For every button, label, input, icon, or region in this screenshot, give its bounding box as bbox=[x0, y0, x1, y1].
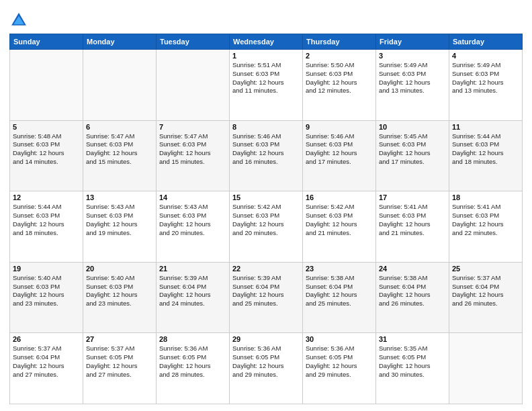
day-info: Sunrise: 5:47 AMSunset: 6:03 PMDaylight:… bbox=[86, 132, 153, 167]
day-number: 19 bbox=[13, 265, 80, 273]
col-header-saturday: Saturday bbox=[449, 34, 523, 50]
day-info: Sunrise: 5:49 AMSunset: 6:03 PMDaylight:… bbox=[452, 61, 519, 95]
calendar-cell bbox=[83, 50, 157, 121]
page: SundayMondayTuesdayWednesdayThursdayFrid… bbox=[0, 0, 532, 411]
calendar-cell: 8Sunrise: 5:46 AMSunset: 6:03 PMDaylight… bbox=[230, 120, 303, 191]
day-number: 18 bbox=[452, 193, 519, 201]
calendar-cell: 1Sunrise: 5:51 AMSunset: 6:03 PMDaylight… bbox=[230, 50, 303, 121]
day-info: Sunrise: 5:49 AMSunset: 6:03 PMDaylight:… bbox=[379, 61, 446, 95]
col-header-sunday: Sunday bbox=[10, 34, 83, 50]
calendar-cell: 31Sunrise: 5:35 AMSunset: 6:05 PMDayligh… bbox=[376, 333, 449, 404]
day-info: Sunrise: 5:36 AMSunset: 6:05 PMDaylight:… bbox=[306, 345, 373, 379]
logo bbox=[9, 11, 31, 30]
logo-icon bbox=[9, 11, 28, 30]
calendar-cell: 25Sunrise: 5:37 AMSunset: 6:04 PMDayligh… bbox=[449, 262, 523, 333]
calendar-cell bbox=[157, 50, 230, 121]
calendar-cell: 24Sunrise: 5:38 AMSunset: 6:04 PMDayligh… bbox=[376, 262, 449, 333]
day-number: 2 bbox=[306, 52, 373, 60]
day-number: 31 bbox=[379, 335, 446, 343]
calendar-cell: 15Sunrise: 5:42 AMSunset: 6:03 PMDayligh… bbox=[230, 191, 303, 263]
day-number: 6 bbox=[86, 123, 153, 131]
day-number: 26 bbox=[13, 335, 80, 343]
day-number: 15 bbox=[232, 193, 300, 201]
calendar-cell: 11Sunrise: 5:44 AMSunset: 6:03 PMDayligh… bbox=[449, 120, 523, 191]
day-info: Sunrise: 5:40 AMSunset: 6:03 PMDaylight:… bbox=[13, 274, 80, 308]
calendar-cell: 2Sunrise: 5:50 AMSunset: 6:03 PMDaylight… bbox=[303, 50, 376, 121]
day-info: Sunrise: 5:37 AMSunset: 6:04 PMDaylight:… bbox=[452, 274, 519, 308]
calendar-cell: 6Sunrise: 5:47 AMSunset: 6:03 PMDaylight… bbox=[83, 120, 157, 191]
calendar-cell bbox=[449, 333, 523, 404]
calendar-cell: 14Sunrise: 5:43 AMSunset: 6:03 PMDayligh… bbox=[157, 191, 230, 263]
day-info: Sunrise: 5:35 AMSunset: 6:05 PMDaylight:… bbox=[379, 345, 446, 379]
day-number: 21 bbox=[159, 265, 226, 273]
day-info: Sunrise: 5:47 AMSunset: 6:03 PMDaylight:… bbox=[159, 132, 226, 167]
col-header-wednesday: Wednesday bbox=[230, 34, 303, 50]
day-info: Sunrise: 5:37 AMSunset: 6:04 PMDaylight:… bbox=[13, 345, 80, 379]
calendar-table: SundayMondayTuesdayWednesdayThursdayFrid… bbox=[9, 34, 523, 404]
day-number: 11 bbox=[452, 123, 519, 131]
calendar-cell: 18Sunrise: 5:41 AMSunset: 6:03 PMDayligh… bbox=[449, 191, 523, 263]
calendar-cell: 12Sunrise: 5:44 AMSunset: 6:03 PMDayligh… bbox=[10, 191, 83, 263]
day-info: Sunrise: 5:50 AMSunset: 6:03 PMDaylight:… bbox=[306, 61, 373, 95]
day-info: Sunrise: 5:43 AMSunset: 6:03 PMDaylight:… bbox=[159, 203, 226, 237]
day-info: Sunrise: 5:43 AMSunset: 6:03 PMDaylight:… bbox=[86, 203, 153, 237]
day-number: 30 bbox=[306, 335, 373, 343]
day-info: Sunrise: 5:44 AMSunset: 6:03 PMDaylight:… bbox=[13, 203, 80, 237]
header bbox=[9, 7, 523, 30]
day-info: Sunrise: 5:36 AMSunset: 6:05 PMDaylight:… bbox=[232, 345, 300, 379]
day-info: Sunrise: 5:41 AMSunset: 6:03 PMDaylight:… bbox=[379, 203, 446, 237]
calendar-cell: 27Sunrise: 5:37 AMSunset: 6:05 PMDayligh… bbox=[83, 333, 157, 404]
day-number: 9 bbox=[306, 123, 373, 131]
week-row-2: 5Sunrise: 5:48 AMSunset: 6:03 PMDaylight… bbox=[10, 120, 523, 191]
col-header-thursday: Thursday bbox=[303, 34, 376, 50]
calendar-cell: 7Sunrise: 5:47 AMSunset: 6:03 PMDaylight… bbox=[157, 120, 230, 191]
day-number: 8 bbox=[232, 123, 300, 131]
day-number: 24 bbox=[379, 265, 446, 273]
day-number: 14 bbox=[159, 193, 226, 201]
day-info: Sunrise: 5:38 AMSunset: 6:04 PMDaylight:… bbox=[379, 274, 446, 308]
calendar-cell: 16Sunrise: 5:42 AMSunset: 6:03 PMDayligh… bbox=[303, 191, 376, 263]
calendar-cell: 30Sunrise: 5:36 AMSunset: 6:05 PMDayligh… bbox=[303, 333, 376, 404]
day-number: 17 bbox=[379, 193, 446, 201]
day-info: Sunrise: 5:42 AMSunset: 6:03 PMDaylight:… bbox=[232, 203, 300, 237]
day-info: Sunrise: 5:41 AMSunset: 6:03 PMDaylight:… bbox=[452, 203, 519, 237]
day-number: 12 bbox=[13, 193, 80, 201]
calendar-cell: 23Sunrise: 5:38 AMSunset: 6:04 PMDayligh… bbox=[303, 262, 376, 333]
calendar-cell: 9Sunrise: 5:46 AMSunset: 6:03 PMDaylight… bbox=[303, 120, 376, 191]
col-header-tuesday: Tuesday bbox=[157, 34, 230, 50]
day-number: 13 bbox=[86, 193, 153, 201]
week-row-5: 26Sunrise: 5:37 AMSunset: 6:04 PMDayligh… bbox=[10, 333, 523, 404]
calendar-cell: 22Sunrise: 5:39 AMSunset: 6:04 PMDayligh… bbox=[230, 262, 303, 333]
day-info: Sunrise: 5:42 AMSunset: 6:03 PMDaylight:… bbox=[306, 203, 373, 237]
col-header-monday: Monday bbox=[83, 34, 157, 50]
calendar-cell: 28Sunrise: 5:36 AMSunset: 6:05 PMDayligh… bbox=[157, 333, 230, 404]
day-number: 16 bbox=[306, 193, 373, 201]
calendar-cell: 17Sunrise: 5:41 AMSunset: 6:03 PMDayligh… bbox=[376, 191, 449, 263]
day-number: 27 bbox=[86, 335, 153, 343]
day-number: 20 bbox=[86, 265, 153, 273]
week-row-3: 12Sunrise: 5:44 AMSunset: 6:03 PMDayligh… bbox=[10, 191, 523, 263]
calendar-cell: 21Sunrise: 5:39 AMSunset: 6:04 PMDayligh… bbox=[157, 262, 230, 333]
day-number: 23 bbox=[306, 265, 373, 273]
week-row-1: 1Sunrise: 5:51 AMSunset: 6:03 PMDaylight… bbox=[10, 50, 523, 121]
col-header-friday: Friday bbox=[376, 34, 449, 50]
day-number: 10 bbox=[379, 123, 446, 131]
calendar-cell: 26Sunrise: 5:37 AMSunset: 6:04 PMDayligh… bbox=[10, 333, 83, 404]
calendar-cell: 13Sunrise: 5:43 AMSunset: 6:03 PMDayligh… bbox=[83, 191, 157, 263]
calendar-cell bbox=[10, 50, 83, 121]
day-info: Sunrise: 5:46 AMSunset: 6:03 PMDaylight:… bbox=[306, 132, 373, 167]
day-info: Sunrise: 5:37 AMSunset: 6:05 PMDaylight:… bbox=[86, 345, 153, 379]
day-info: Sunrise: 5:44 AMSunset: 6:03 PMDaylight:… bbox=[452, 132, 519, 167]
day-info: Sunrise: 5:39 AMSunset: 6:04 PMDaylight:… bbox=[232, 274, 300, 308]
day-number: 3 bbox=[379, 52, 446, 60]
calendar-cell: 4Sunrise: 5:49 AMSunset: 6:03 PMDaylight… bbox=[449, 50, 523, 121]
day-number: 28 bbox=[159, 335, 226, 343]
week-row-4: 19Sunrise: 5:40 AMSunset: 6:03 PMDayligh… bbox=[10, 262, 523, 333]
header-row: SundayMondayTuesdayWednesdayThursdayFrid… bbox=[10, 34, 523, 50]
day-info: Sunrise: 5:40 AMSunset: 6:03 PMDaylight:… bbox=[86, 274, 153, 308]
day-info: Sunrise: 5:38 AMSunset: 6:04 PMDaylight:… bbox=[306, 274, 373, 308]
day-info: Sunrise: 5:39 AMSunset: 6:04 PMDaylight:… bbox=[159, 274, 226, 308]
day-number: 22 bbox=[232, 265, 300, 273]
day-info: Sunrise: 5:48 AMSunset: 6:03 PMDaylight:… bbox=[13, 132, 80, 167]
calendar-cell: 19Sunrise: 5:40 AMSunset: 6:03 PMDayligh… bbox=[10, 262, 83, 333]
